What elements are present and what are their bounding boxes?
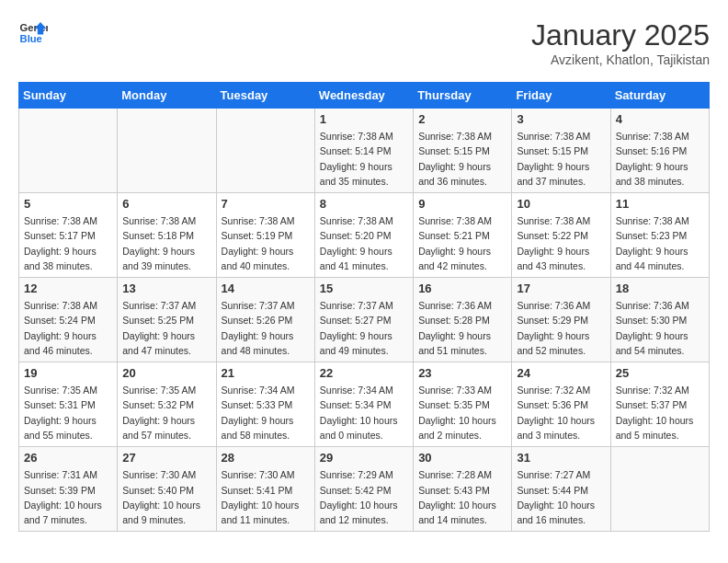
day-number: 25 <box>616 366 704 380</box>
day-number: 23 <box>418 366 506 380</box>
calendar-cell: 26Sunrise: 7:31 AM Sunset: 5:39 PM Dayli… <box>19 447 118 532</box>
cell-info: Sunrise: 7:38 AM Sunset: 5:23 PM Dayligh… <box>616 213 704 273</box>
calendar-cell: 27Sunrise: 7:30 AM Sunset: 5:40 PM Dayli… <box>118 447 216 532</box>
day-number: 10 <box>517 197 605 211</box>
cell-info: Sunrise: 7:32 AM Sunset: 5:37 PM Dayligh… <box>616 383 704 442</box>
calendar-cell: 29Sunrise: 7:29 AM Sunset: 5:42 PM Dayli… <box>314 447 413 532</box>
day-number: 31 <box>517 451 605 465</box>
header-row: Sunday Monday Tuesday Wednesday Thursday… <box>19 83 710 109</box>
cell-info: Sunrise: 7:38 AM Sunset: 5:16 PM Dayligh… <box>616 129 704 189</box>
day-number: 5 <box>24 197 112 211</box>
day-number: 11 <box>616 197 704 211</box>
day-number: 7 <box>222 197 310 211</box>
cell-info: Sunrise: 7:37 AM Sunset: 5:27 PM Dayligh… <box>320 298 408 358</box>
cell-info: Sunrise: 7:38 AM Sunset: 5:19 PM Dayligh… <box>222 213 310 273</box>
calendar-cell: 24Sunrise: 7:32 AM Sunset: 5:36 PM Dayli… <box>512 362 610 447</box>
cell-info: Sunrise: 7:38 AM Sunset: 5:15 PM Dayligh… <box>517 129 605 189</box>
calendar-cell: 7Sunrise: 7:38 AM Sunset: 5:19 PM Daylig… <box>216 193 314 278</box>
calendar-week-row: 5Sunrise: 7:38 AM Sunset: 5:17 PM Daylig… <box>19 193 710 278</box>
calendar-cell: 21Sunrise: 7:34 AM Sunset: 5:33 PM Dayli… <box>216 362 314 447</box>
calendar-cell: 17Sunrise: 7:36 AM Sunset: 5:29 PM Dayli… <box>512 278 610 362</box>
cell-info: Sunrise: 7:36 AM Sunset: 5:29 PM Dayligh… <box>517 298 605 358</box>
header-saturday: Saturday <box>610 83 709 109</box>
day-number: 8 <box>320 197 408 211</box>
calendar-cell: 15Sunrise: 7:37 AM Sunset: 5:27 PM Dayli… <box>314 278 413 362</box>
header-sunday: Sunday <box>19 83 118 109</box>
cell-info: Sunrise: 7:38 AM Sunset: 5:17 PM Dayligh… <box>24 213 112 273</box>
day-number: 29 <box>320 451 408 465</box>
day-number: 22 <box>320 366 408 380</box>
title-block: January 2025 Avzikent, Khatlon, Tajikist… <box>531 18 710 67</box>
cell-info: Sunrise: 7:31 AM Sunset: 5:39 PM Dayligh… <box>24 467 112 527</box>
calendar-cell <box>610 447 709 532</box>
calendar-cell: 5Sunrise: 7:38 AM Sunset: 5:17 PM Daylig… <box>19 193 118 278</box>
calendar-cell: 2Sunrise: 7:38 AM Sunset: 5:15 PM Daylig… <box>414 109 512 193</box>
day-number: 1 <box>320 112 408 126</box>
cell-info: Sunrise: 7:27 AM Sunset: 5:44 PM Dayligh… <box>517 467 605 527</box>
header-thursday: Thursday <box>414 83 512 109</box>
day-number: 14 <box>222 282 310 295</box>
calendar-body: 1Sunrise: 7:38 AM Sunset: 5:14 PM Daylig… <box>19 109 710 532</box>
calendar-cell: 6Sunrise: 7:38 AM Sunset: 5:18 PM Daylig… <box>118 193 216 278</box>
day-number: 24 <box>517 366 605 380</box>
cell-info: Sunrise: 7:38 AM Sunset: 5:20 PM Dayligh… <box>320 213 408 273</box>
cell-info: Sunrise: 7:29 AM Sunset: 5:42 PM Dayligh… <box>320 467 408 527</box>
day-number: 13 <box>122 282 210 295</box>
day-number: 19 <box>24 366 112 380</box>
calendar-cell: 8Sunrise: 7:38 AM Sunset: 5:20 PM Daylig… <box>314 193 413 278</box>
day-number: 18 <box>616 282 704 295</box>
calendar-cell: 20Sunrise: 7:35 AM Sunset: 5:32 PM Dayli… <box>118 362 216 447</box>
calendar-cell: 9Sunrise: 7:38 AM Sunset: 5:21 PM Daylig… <box>414 193 512 278</box>
calendar-cell <box>216 109 314 193</box>
cell-info: Sunrise: 7:35 AM Sunset: 5:32 PM Dayligh… <box>122 383 210 442</box>
calendar-cell: 31Sunrise: 7:27 AM Sunset: 5:44 PM Dayli… <box>512 447 610 532</box>
cell-info: Sunrise: 7:37 AM Sunset: 5:25 PM Dayligh… <box>122 298 210 358</box>
calendar-cell: 22Sunrise: 7:34 AM Sunset: 5:34 PM Dayli… <box>314 362 413 447</box>
calendar-cell: 16Sunrise: 7:36 AM Sunset: 5:28 PM Dayli… <box>414 278 512 362</box>
cell-info: Sunrise: 7:38 AM Sunset: 5:22 PM Dayligh… <box>517 213 605 273</box>
cell-info: Sunrise: 7:35 AM Sunset: 5:31 PM Dayligh… <box>24 383 112 442</box>
calendar-cell: 13Sunrise: 7:37 AM Sunset: 5:25 PM Dayli… <box>118 278 216 362</box>
cell-info: Sunrise: 7:37 AM Sunset: 5:26 PM Dayligh… <box>222 298 310 358</box>
calendar-cell <box>118 109 216 193</box>
day-number: 26 <box>24 451 112 465</box>
calendar-cell: 25Sunrise: 7:32 AM Sunset: 5:37 PM Dayli… <box>610 362 709 447</box>
cell-info: Sunrise: 7:36 AM Sunset: 5:28 PM Dayligh… <box>418 298 506 358</box>
calendar-cell: 23Sunrise: 7:33 AM Sunset: 5:35 PM Dayli… <box>414 362 512 447</box>
day-number: 21 <box>222 366 310 380</box>
calendar-table: Sunday Monday Tuesday Wednesday Thursday… <box>18 82 710 532</box>
cell-info: Sunrise: 7:34 AM Sunset: 5:33 PM Dayligh… <box>222 383 310 442</box>
day-number: 30 <box>418 451 506 465</box>
cell-info: Sunrise: 7:34 AM Sunset: 5:34 PM Dayligh… <box>320 383 408 442</box>
calendar-header: Sunday Monday Tuesday Wednesday Thursday… <box>19 83 710 109</box>
calendar-week-row: 26Sunrise: 7:31 AM Sunset: 5:39 PM Dayli… <box>19 447 710 532</box>
day-number: 12 <box>24 282 112 295</box>
day-number: 9 <box>418 197 506 211</box>
calendar-week-row: 12Sunrise: 7:38 AM Sunset: 5:24 PM Dayli… <box>19 278 710 362</box>
day-number: 6 <box>122 197 210 211</box>
day-number: 17 <box>517 282 605 295</box>
calendar-cell: 1Sunrise: 7:38 AM Sunset: 5:14 PM Daylig… <box>314 109 413 193</box>
cell-info: Sunrise: 7:32 AM Sunset: 5:36 PM Dayligh… <box>517 383 605 442</box>
calendar-cell: 3Sunrise: 7:38 AM Sunset: 5:15 PM Daylig… <box>512 109 610 193</box>
header-wednesday: Wednesday <box>314 83 413 109</box>
day-number: 15 <box>320 282 408 295</box>
cell-info: Sunrise: 7:38 AM Sunset: 5:24 PM Dayligh… <box>24 298 112 358</box>
header-friday: Friday <box>512 83 610 109</box>
calendar-cell: 10Sunrise: 7:38 AM Sunset: 5:22 PM Dayli… <box>512 193 610 278</box>
cell-info: Sunrise: 7:33 AM Sunset: 5:35 PM Dayligh… <box>418 383 506 442</box>
calendar-cell: 11Sunrise: 7:38 AM Sunset: 5:23 PM Dayli… <box>610 193 709 278</box>
day-number: 27 <box>122 451 210 465</box>
day-number: 2 <box>418 112 506 126</box>
calendar-cell: 18Sunrise: 7:36 AM Sunset: 5:30 PM Dayli… <box>610 278 709 362</box>
header-tuesday: Tuesday <box>216 83 314 109</box>
day-number: 16 <box>418 282 506 295</box>
cell-info: Sunrise: 7:36 AM Sunset: 5:30 PM Dayligh… <box>616 298 704 358</box>
calendar-cell: 4Sunrise: 7:38 AM Sunset: 5:16 PM Daylig… <box>610 109 709 193</box>
calendar-title: January 2025 <box>531 18 710 52</box>
calendar-cell: 14Sunrise: 7:37 AM Sunset: 5:26 PM Dayli… <box>216 278 314 362</box>
logo: General Blue <box>18 18 48 48</box>
day-number: 3 <box>517 112 605 126</box>
cell-info: Sunrise: 7:30 AM Sunset: 5:40 PM Dayligh… <box>122 467 210 527</box>
cell-info: Sunrise: 7:38 AM Sunset: 5:14 PM Dayligh… <box>320 129 408 189</box>
